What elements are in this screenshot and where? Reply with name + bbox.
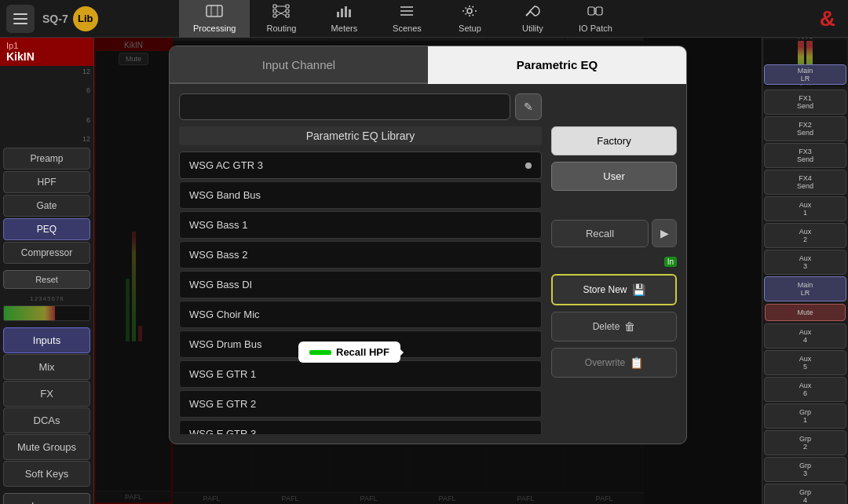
list-item-0[interactable]: WSG AC GTR 3: [179, 152, 542, 179]
processing-buttons: Preamp HPF Gate PEQ Compressor: [0, 144, 93, 267]
setup-label: Setup: [459, 24, 481, 33]
main-lr-2-btn[interactable]: Main LR: [764, 276, 846, 301]
list-item-8[interactable]: WSG E GTR 2: [179, 390, 542, 418]
fx1-send-btn[interactable]: FX1 Send: [764, 89, 846, 115]
factory-filter-btn[interactable]: Factory: [551, 126, 677, 155]
search-bar: ✎: [179, 93, 542, 120]
soft-keys-nav-btn[interactable]: Soft Keys: [3, 461, 90, 487]
library-modal: Input Channel Parametric EQ ✎: [169, 46, 687, 444]
svg-rect-22: [596, 7, 602, 15]
fx-nav-btn[interactable]: FX: [3, 381, 90, 407]
tab-input-channel[interactable]: Input Channel: [170, 46, 428, 84]
top-bar-right: &: [820, 6, 842, 31]
compressor-btn[interactable]: Compressor: [3, 242, 90, 264]
scenes-label: Scenes: [393, 24, 422, 33]
overwrite-btn[interactable]: Overwrite 📋: [551, 348, 677, 378]
iopatch-label: IO Patch: [579, 24, 612, 33]
peq-btn[interactable]: PEQ: [3, 218, 90, 240]
nav-item-routing[interactable]: Routing: [250, 0, 313, 38]
nav-item-setup[interactable]: Setup: [438, 0, 501, 38]
aux2-btn[interactable]: Aux 2: [764, 223, 846, 248]
fx2-send-btn[interactable]: FX2 Send: [764, 116, 846, 141]
svg-rect-12: [337, 12, 339, 17]
reset-btn[interactable]: Reset: [3, 270, 90, 289]
recall-hpf-label: Recall HPF: [336, 346, 389, 358]
menu-icon[interactable]: [6, 5, 35, 33]
grp2-btn[interactable]: Grp 2: [764, 430, 846, 455]
trash-icon: 🗑: [624, 320, 635, 333]
library-list: WSG AC GTR 3 WSG Band Bus WSG Bass 1 WSG…: [179, 152, 542, 434]
fx4-send-btn[interactable]: FX4 Send: [764, 170, 846, 195]
freq-labels: 12345678: [3, 295, 90, 302]
floppy-icon: 💾: [632, 283, 645, 296]
list-item-label-2: WSG Bass 1: [189, 219, 247, 231]
mute-btn-right[interactable]: Mute: [765, 304, 846, 321]
grp4-btn[interactable]: Grp 4: [764, 484, 846, 504]
edit-icon-btn[interactable]: ✎: [515, 93, 542, 120]
pencil-icon: ✎: [524, 100, 533, 113]
list-item-4[interactable]: WSG Bass DI: [179, 271, 542, 298]
nav-items: Processing Routing Meters Scenes Setup: [179, 0, 820, 38]
utility-icon: [524, 4, 541, 22]
list-item-label-0: WSG AC GTR 3: [189, 159, 263, 171]
fx3-send-btn[interactable]: FX3 Send: [764, 143, 846, 168]
tab-parametric-eq[interactable]: Parametric EQ: [428, 46, 686, 84]
svg-rect-8: [286, 14, 289, 17]
list-item-label-7: WSG E GTR 1: [189, 368, 256, 380]
nav-item-scenes[interactable]: Scenes: [375, 0, 438, 38]
gate-btn[interactable]: Gate: [3, 195, 90, 217]
mix-nav-btn[interactable]: Mix: [3, 354, 90, 380]
processing-label: Processing: [193, 24, 236, 33]
aux1-btn[interactable]: Aux 1: [764, 196, 846, 221]
recall-hpf-tooltip[interactable]: Recall HPF: [298, 341, 400, 363]
nav-item-meters[interactable]: Meters: [313, 0, 375, 38]
lib-badge[interactable]: Lib: [73, 6, 98, 31]
meters-icon: [335, 4, 353, 22]
grp3-btn[interactable]: Grp 3: [764, 457, 846, 482]
svg-rect-7: [286, 9, 289, 13]
list-item-5[interactable]: WSG Choir Mic: [179, 301, 542, 328]
dcas-nav-btn[interactable]: DCAs: [3, 407, 90, 433]
list-item-7[interactable]: WSG E GTR 1: [179, 360, 542, 388]
grp1-btn[interactable]: Grp 1: [764, 404, 846, 429]
list-item-2[interactable]: WSG Bass 1: [179, 211, 542, 239]
mute-groups-nav-btn[interactable]: Mute Groups: [3, 434, 90, 460]
aux5-btn[interactable]: Aux 5: [764, 350, 846, 375]
user-filter-btn[interactable]: User: [551, 162, 677, 191]
svg-point-19: [467, 9, 472, 13]
nav-item-utility[interactable]: Utility: [501, 0, 564, 38]
recall-btn[interactable]: Recall: [551, 220, 649, 247]
layers-btn[interactable]: Layers: [3, 493, 90, 504]
svg-rect-5: [273, 14, 276, 17]
list-item-label-1: WSG Band Bus: [189, 189, 261, 201]
aux3-btn[interactable]: Aux 3: [764, 250, 846, 275]
top-bar-left: SQ-7 Lib: [6, 5, 179, 33]
modal-left: ✎ Parametric EQ Library WSG AC GTR 3 WSG…: [179, 93, 542, 434]
svg-rect-3: [273, 5, 276, 8]
list-item-3[interactable]: WSG Bass 2: [179, 241, 542, 268]
preamp-btn[interactable]: Preamp: [3, 148, 90, 170]
aux6-btn[interactable]: Aux 6: [764, 377, 846, 402]
hpf-indicator: [309, 350, 331, 355]
bottom-left-nav: Inputs Mix FX DCAs Mute Groups Soft Keys…: [0, 324, 93, 504]
copy-icon: 📋: [630, 356, 643, 369]
svg-rect-14: [345, 6, 347, 17]
aux4-btn[interactable]: Aux 4: [764, 323, 846, 349]
main-lr-top-btn[interactable]: Main LR: [764, 64, 846, 85]
scenes-icon: [398, 4, 415, 22]
model-name: SQ-7: [42, 13, 68, 25]
store-new-btn[interactable]: Store New 💾: [551, 274, 677, 305]
nav-item-iopatch[interactable]: IO Patch: [564, 0, 627, 38]
top-bar: SQ-7 Lib Processing Routing Meters Sce: [0, 0, 848, 38]
recall-arrow-btn[interactable]: ▶: [652, 219, 677, 247]
svg-line-20: [526, 11, 531, 16]
delete-btn[interactable]: Delete 🗑: [551, 312, 677, 341]
nav-item-processing[interactable]: Processing: [179, 0, 250, 38]
list-item-1[interactable]: WSG Band Bus: [179, 181, 542, 209]
search-input[interactable]: [179, 93, 510, 120]
list-item-9[interactable]: WSG E GTR 3: [179, 420, 542, 434]
inputs-nav-btn[interactable]: Inputs: [3, 327, 90, 353]
modal-right: Factory User Recall ▶: [551, 93, 677, 434]
db-scale: 12 6 6 12: [0, 66, 93, 144]
hpf-btn[interactable]: HPF: [3, 171, 90, 193]
